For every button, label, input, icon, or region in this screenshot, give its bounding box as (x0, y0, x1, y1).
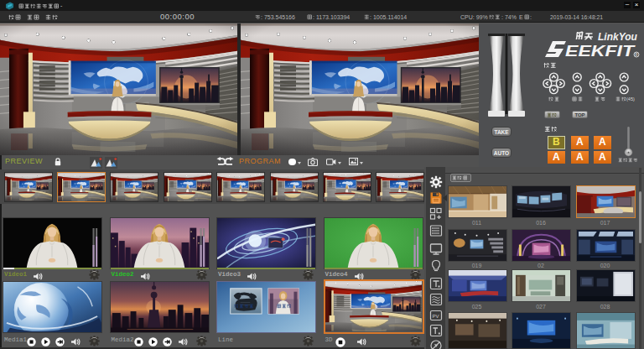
svg-text:PV: PV (433, 314, 439, 319)
svg-text:LinkYou: LinkYou (598, 31, 638, 43)
svg-text:EEKFIT: EEKFIT (565, 43, 636, 59)
